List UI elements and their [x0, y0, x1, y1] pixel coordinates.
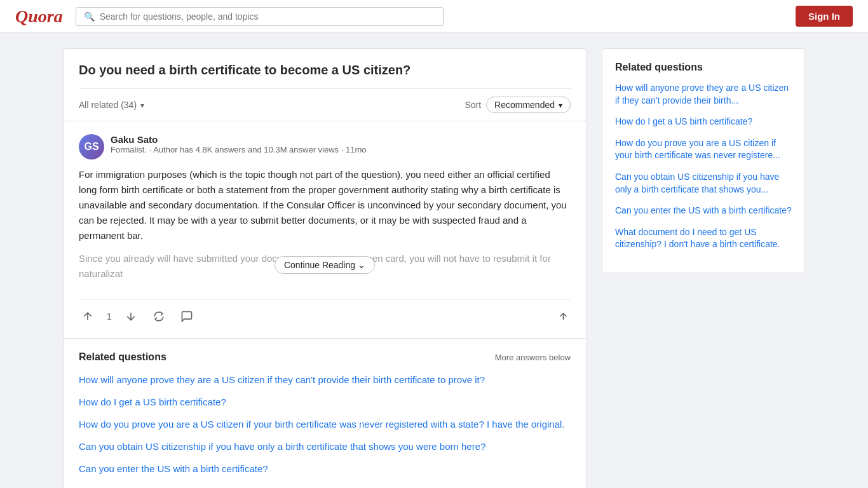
- sidebar-link-5[interactable]: What document do I need to get US citize…: [615, 227, 780, 250]
- sidebar-card: Related questions How will anyone prove …: [602, 48, 805, 273]
- upvote-count: 1: [107, 311, 112, 322]
- related-link-3[interactable]: Can you obtain US citizenship if you hav…: [79, 441, 485, 452]
- filter-bar: All related (34) Sort Recommended: [79, 88, 571, 121]
- sidebar-title: Related questions: [615, 62, 792, 73]
- related-questions-main: Related questions More answers below How…: [63, 339, 587, 488]
- action-bar: 1: [79, 299, 571, 325]
- author-name[interactable]: Gaku Sato: [111, 134, 366, 145]
- author-row: GS Gaku Sato Formalist. · Author has 4.8…: [79, 134, 571, 159]
- author-info: Gaku Sato Formalist. · Author has 4.8K a…: [111, 134, 366, 154]
- list-item: Can you obtain US citizenship if you hav…: [79, 440, 571, 453]
- related-title: Related questions: [79, 351, 166, 363]
- related-header: Related questions More answers below: [79, 351, 571, 363]
- sidebar-link-4[interactable]: Can you enter the US with a birth certif…: [615, 205, 792, 215]
- list-item: How will anyone prove they are a US citi…: [615, 82, 792, 107]
- sidebar: Related questions How will anyone prove …: [602, 48, 805, 488]
- sort-area: Sort Recommended: [465, 97, 571, 113]
- sort-recommended-button[interactable]: Recommended: [486, 97, 571, 113]
- list-item: How will anyone prove they are a US citi…: [79, 373, 571, 386]
- sort-label: Sort: [465, 100, 481, 110]
- comment-button[interactable]: [178, 308, 196, 325]
- upvote-icon: [81, 310, 94, 323]
- downvote-button[interactable]: [122, 308, 140, 325]
- sidebar-link-3[interactable]: Can you obtain US citizenship if you hav…: [615, 172, 779, 194]
- related-link-4[interactable]: Can you enter the US with a birth certif…: [79, 463, 268, 474]
- chevron-down-icon: [559, 100, 562, 110]
- list-item: Can you enter the US with a birth certif…: [79, 462, 571, 475]
- chevron-down-icon: ⌄: [358, 260, 365, 270]
- page-content: Do you need a birth certificate to becom…: [53, 33, 815, 488]
- list-item: Can you enter the US with a birth certif…: [615, 205, 792, 217]
- list-item: Can you obtain US citizenship if you hav…: [615, 171, 792, 196]
- share-button[interactable]: [553, 308, 571, 325]
- related-links-list: How will anyone prove they are a US citi…: [79, 373, 571, 475]
- related-link-0[interactable]: How will anyone prove they are a US citi…: [79, 374, 485, 385]
- list-item: How do you prove you are a US citizen if…: [79, 417, 571, 431]
- list-item: How do I get a US birth certificate?: [79, 395, 571, 409]
- all-related-label: All related (34): [79, 100, 137, 110]
- reshare-icon: [153, 310, 165, 323]
- chevron-down-icon: [140, 100, 144, 110]
- author-meta: Formalist. · Author has 4.8K answers and…: [111, 145, 366, 154]
- sidebar-link-2[interactable]: How do you prove you are a US citizen if…: [615, 138, 780, 161]
- question-title: Do you need a birth certificate to becom…: [79, 62, 571, 78]
- quora-logo[interactable]: Quora: [15, 6, 63, 27]
- answer-fade-area: Since you already will have submitted yo…: [79, 251, 571, 289]
- question-card: Do you need a birth certificate to becom…: [63, 48, 587, 121]
- continue-reading-button[interactable]: Continue Reading ⌄: [275, 256, 375, 274]
- downvote-icon: [125, 310, 137, 323]
- sidebar-links-list: How will anyone prove they are a US citi…: [615, 82, 792, 251]
- sidebar-link-1[interactable]: How do I get a US birth certificate?: [615, 116, 752, 126]
- sign-in-button[interactable]: Sign In: [796, 6, 853, 27]
- related-link-2[interactable]: How do you prove you are a US citizen if…: [79, 419, 565, 430]
- list-item: How do you prove you are a US citizen if…: [615, 137, 792, 162]
- continue-reading-label: Continue Reading: [284, 260, 355, 270]
- share-icon: [555, 310, 568, 323]
- related-link-1[interactable]: How do I get a US birth certificate?: [79, 396, 226, 407]
- avatar: GS: [79, 134, 104, 159]
- answer-card: GS Gaku Sato Formalist. · Author has 4.8…: [63, 121, 587, 339]
- main-column: Do you need a birth certificate to becom…: [63, 48, 587, 488]
- search-input[interactable]: [100, 11, 436, 22]
- list-item: How do I get a US birth certificate?: [615, 116, 792, 128]
- header: Quora 🔍 Sign In: [0, 0, 868, 33]
- reshare-button[interactable]: [150, 308, 168, 325]
- avatar-initials: GS: [84, 141, 98, 152]
- list-item: What document do I need to get US citize…: [615, 226, 792, 251]
- upvote-button[interactable]: [79, 308, 97, 325]
- recommended-label: Recommended: [494, 100, 555, 110]
- answer-body: For immigration purposes (which is the t…: [79, 167, 571, 243]
- all-related-filter[interactable]: All related (34): [79, 100, 144, 110]
- search-icon: 🔍: [84, 11, 95, 22]
- search-bar: 🔍: [76, 7, 444, 26]
- sidebar-link-0[interactable]: How will anyone prove they are a US citi…: [615, 83, 789, 105]
- comment-icon: [180, 310, 193, 323]
- more-answers-label: More answers below: [495, 353, 571, 362]
